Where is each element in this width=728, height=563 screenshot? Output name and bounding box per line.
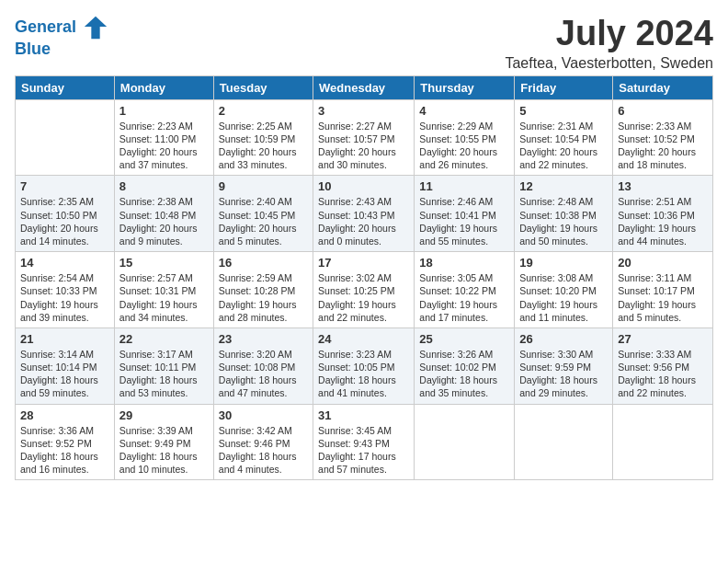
calendar-cell: 19Sunrise: 3:08 AM Sunset: 10:20 PM Dayl… [515, 252, 613, 328]
day-info: Sunrise: 2:46 AM Sunset: 10:41 PM Daylig… [419, 195, 509, 247]
calendar-cell: 26Sunrise: 3:30 AM Sunset: 9:59 PM Dayli… [515, 327, 613, 404]
day-info: Sunrise: 2:33 AM Sunset: 10:52 PM Daylig… [618, 120, 708, 172]
day-number: 24 [318, 332, 409, 346]
day-info: Sunrise: 2:23 AM Sunset: 11:00 PM Daylig… [119, 120, 209, 172]
day-number: 19 [519, 256, 608, 270]
calendar-cell: 24Sunrise: 3:23 AM Sunset: 10:05 PM Dayl… [313, 327, 415, 404]
calendar-cell: 18Sunrise: 3:05 AM Sunset: 10:22 PM Dayl… [415, 252, 515, 328]
day-number: 7 [20, 179, 109, 193]
day-info: Sunrise: 3:20 AM Sunset: 10:08 PM Daylig… [219, 348, 308, 400]
weekday-header-cell: Thursday [415, 75, 515, 99]
day-info: Sunrise: 2:38 AM Sunset: 10:48 PM Daylig… [119, 195, 209, 247]
day-number: 5 [519, 104, 608, 118]
day-number: 1 [119, 104, 209, 118]
calendar-cell: 30Sunrise: 3:42 AM Sunset: 9:46 PM Dayli… [213, 404, 313, 480]
day-number: 2 [219, 104, 308, 118]
calendar-cell: 23Sunrise: 3:20 AM Sunset: 10:08 PM Dayl… [213, 327, 313, 404]
calendar-week-row: 21Sunrise: 3:14 AM Sunset: 10:14 PM Dayl… [16, 327, 713, 404]
calendar-cell: 14Sunrise: 2:54 AM Sunset: 10:33 PM Dayl… [16, 252, 115, 328]
calendar-week-row: 28Sunrise: 3:36 AM Sunset: 9:52 PM Dayli… [16, 404, 713, 480]
calendar-cell: 7Sunrise: 2:35 AM Sunset: 10:50 PM Dayli… [16, 176, 115, 252]
day-number: 26 [519, 332, 608, 346]
day-info: Sunrise: 2:25 AM Sunset: 10:59 PM Daylig… [219, 120, 308, 172]
calendar-week-row: 7Sunrise: 2:35 AM Sunset: 10:50 PM Dayli… [16, 176, 713, 252]
calendar-cell: 15Sunrise: 2:57 AM Sunset: 10:31 PM Dayl… [114, 252, 213, 328]
calendar-cell: 6Sunrise: 2:33 AM Sunset: 10:52 PM Dayli… [613, 99, 713, 176]
day-info: Sunrise: 3:17 AM Sunset: 10:11 PM Daylig… [119, 348, 209, 400]
weekday-header-cell: Tuesday [213, 75, 313, 99]
day-info: Sunrise: 2:31 AM Sunset: 10:54 PM Daylig… [519, 120, 608, 172]
day-number: 3 [318, 104, 409, 118]
day-number: 30 [219, 408, 308, 422]
day-info: Sunrise: 3:14 AM Sunset: 10:14 PM Daylig… [20, 348, 109, 400]
day-number: 6 [618, 104, 708, 118]
calendar-cell: 3Sunrise: 2:27 AM Sunset: 10:57 PM Dayli… [313, 99, 415, 176]
calendar-cell: 28Sunrise: 3:36 AM Sunset: 9:52 PM Dayli… [16, 404, 115, 480]
calendar-cell: 22Sunrise: 3:17 AM Sunset: 10:11 PM Dayl… [114, 327, 213, 404]
calendar-cell: 16Sunrise: 2:59 AM Sunset: 10:28 PM Dayl… [213, 252, 313, 328]
calendar-week-row: 1Sunrise: 2:23 AM Sunset: 11:00 PM Dayli… [16, 99, 713, 176]
day-info: Sunrise: 2:48 AM Sunset: 10:38 PM Daylig… [519, 195, 608, 247]
month-title: July 2024 [505, 15, 713, 53]
day-number: 16 [219, 256, 308, 270]
day-number: 17 [318, 256, 409, 270]
title-block: July 2024 Taeftea, Vaesterbotten, Sweden [505, 15, 713, 72]
calendar-cell: 25Sunrise: 3:26 AM Sunset: 10:02 PM Dayl… [415, 327, 515, 404]
day-info: Sunrise: 2:59 AM Sunset: 10:28 PM Daylig… [219, 271, 308, 324]
day-info: Sunrise: 2:43 AM Sunset: 10:43 PM Daylig… [318, 195, 409, 247]
logo-text: General Blue [15, 15, 108, 59]
day-info: Sunrise: 3:23 AM Sunset: 10:05 PM Daylig… [318, 348, 409, 400]
day-number: 28 [20, 408, 109, 422]
day-info: Sunrise: 3:05 AM Sunset: 10:22 PM Daylig… [419, 271, 509, 324]
day-info: Sunrise: 3:26 AM Sunset: 10:02 PM Daylig… [419, 348, 509, 400]
day-info: Sunrise: 3:11 AM Sunset: 10:17 PM Daylig… [618, 271, 708, 324]
day-info: Sunrise: 2:27 AM Sunset: 10:57 PM Daylig… [318, 120, 409, 172]
calendar-cell: 21Sunrise: 3:14 AM Sunset: 10:14 PM Dayl… [16, 327, 115, 404]
calendar-cell: 31Sunrise: 3:45 AM Sunset: 9:43 PM Dayli… [313, 404, 415, 480]
day-number: 21 [20, 332, 109, 346]
day-number: 9 [219, 179, 308, 193]
day-number: 29 [119, 408, 209, 422]
calendar-cell: 11Sunrise: 2:46 AM Sunset: 10:41 PM Dayl… [415, 176, 515, 252]
weekday-header-cell: Sunday [16, 75, 115, 99]
day-number: 25 [419, 332, 509, 346]
page-header: General Blue July 2024 Taeftea, Vaesterb… [15, 15, 713, 72]
day-number: 22 [119, 332, 209, 346]
calendar-cell [16, 99, 115, 176]
day-info: Sunrise: 2:40 AM Sunset: 10:45 PM Daylig… [219, 195, 308, 247]
calendar-cell: 13Sunrise: 2:51 AM Sunset: 10:36 PM Dayl… [613, 176, 713, 252]
weekday-header-row: SundayMondayTuesdayWednesdayThursdayFrid… [16, 75, 713, 99]
calendar-cell: 20Sunrise: 3:11 AM Sunset: 10:17 PM Dayl… [613, 252, 713, 328]
day-number: 27 [618, 332, 708, 346]
calendar-cell: 9Sunrise: 2:40 AM Sunset: 10:45 PM Dayli… [213, 176, 313, 252]
weekday-header-cell: Friday [515, 75, 613, 99]
day-info: Sunrise: 2:54 AM Sunset: 10:33 PM Daylig… [20, 271, 109, 324]
day-info: Sunrise: 3:42 AM Sunset: 9:46 PM Dayligh… [219, 424, 308, 477]
day-info: Sunrise: 3:45 AM Sunset: 9:43 PM Dayligh… [318, 424, 409, 477]
day-number: 20 [618, 256, 708, 270]
calendar-body: 1Sunrise: 2:23 AM Sunset: 11:00 PM Dayli… [16, 99, 713, 479]
calendar-cell: 17Sunrise: 3:02 AM Sunset: 10:25 PM Dayl… [313, 252, 415, 328]
weekday-header-cell: Saturday [613, 75, 713, 99]
logo: General Blue [15, 15, 108, 59]
day-number: 15 [119, 256, 209, 270]
calendar-cell: 8Sunrise: 2:38 AM Sunset: 10:48 PM Dayli… [114, 176, 213, 252]
day-info: Sunrise: 3:39 AM Sunset: 9:49 PM Dayligh… [119, 424, 209, 477]
calendar-week-row: 14Sunrise: 2:54 AM Sunset: 10:33 PM Dayl… [16, 252, 713, 328]
calendar-cell: 5Sunrise: 2:31 AM Sunset: 10:54 PM Dayli… [515, 99, 613, 176]
day-number: 4 [419, 104, 509, 118]
day-info: Sunrise: 3:08 AM Sunset: 10:20 PM Daylig… [519, 271, 608, 324]
day-info: Sunrise: 2:57 AM Sunset: 10:31 PM Daylig… [119, 271, 209, 324]
day-info: Sunrise: 3:36 AM Sunset: 9:52 PM Dayligh… [20, 424, 109, 477]
calendar-cell [415, 404, 515, 480]
day-number: 12 [519, 179, 608, 193]
day-number: 13 [618, 179, 708, 193]
calendar-cell [515, 404, 613, 480]
calendar-cell: 29Sunrise: 3:39 AM Sunset: 9:49 PM Dayli… [114, 404, 213, 480]
day-info: Sunrise: 2:51 AM Sunset: 10:36 PM Daylig… [618, 195, 708, 247]
svg-marker-0 [85, 17, 107, 39]
calendar-table: SundayMondayTuesdayWednesdayThursdayFrid… [15, 75, 713, 480]
weekday-header-cell: Monday [114, 75, 213, 99]
day-info: Sunrise: 3:30 AM Sunset: 9:59 PM Dayligh… [519, 348, 608, 400]
location-title: Taeftea, Vaesterbotten, Sweden [505, 55, 713, 72]
